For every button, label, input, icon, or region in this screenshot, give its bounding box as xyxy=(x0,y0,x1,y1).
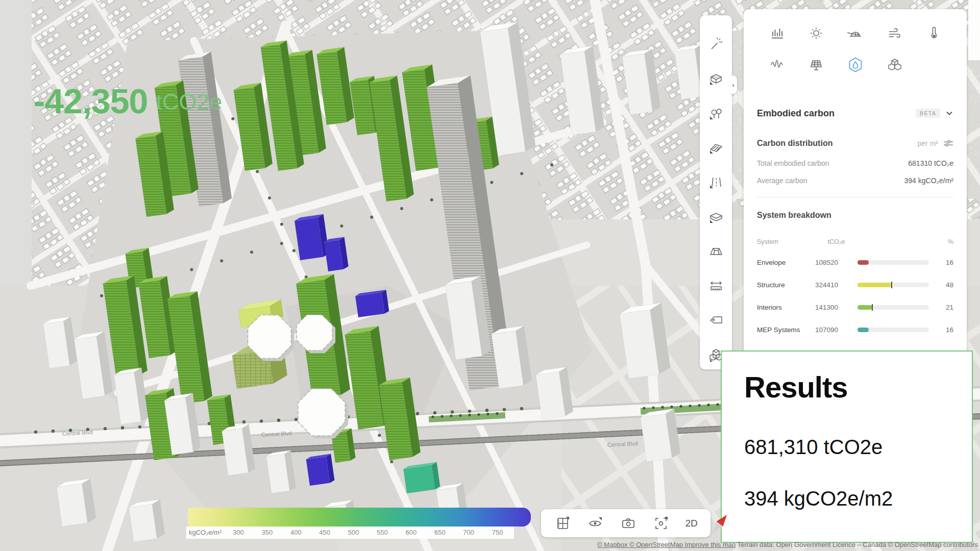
attribution-text: Terrain data: Open Government Licence – … xyxy=(736,541,978,548)
results-title: Results xyxy=(744,370,962,404)
magic-wand-icon[interactable] xyxy=(708,36,724,52)
microclimate-analysis-icon[interactable] xyxy=(925,24,943,42)
per-m2-toggle[interactable]: per m² xyxy=(918,139,953,147)
system-breakdown-title: System breakdown xyxy=(757,211,953,222)
map-attribution: © Mapbox © OpenStreetMap Improve this ma… xyxy=(597,541,978,548)
app-window: Central BlvdCentral BlvdCentral Blvd -42… xyxy=(0,0,980,551)
panel-title: Embodied carbon xyxy=(757,108,835,119)
total-carbon-value: 681310 tCO₂e xyxy=(908,159,953,167)
legend-tick: 700 xyxy=(463,529,474,536)
beta-badge: BETA xyxy=(916,109,940,118)
volume-tool-icon[interactable] xyxy=(708,243,724,260)
legend-tick: 350 xyxy=(262,529,273,536)
mep-bar xyxy=(857,328,929,332)
road-tool-icon[interactable] xyxy=(708,174,724,190)
zone-tool-icon[interactable] xyxy=(708,209,724,225)
compass-needle-icon[interactable] xyxy=(708,510,731,538)
legend-tick: 400 xyxy=(290,529,302,536)
legend-tick: 450 xyxy=(319,529,330,536)
sun-analysis-icon[interactable] xyxy=(807,24,825,42)
legend-tick: 650 xyxy=(434,529,446,536)
camera-icon[interactable] xyxy=(620,515,637,532)
carbon-distribution-title: Carbon distribution xyxy=(757,139,832,148)
average-carbon-value: 394 kgCO₂e/m² xyxy=(904,177,953,185)
vegetation-tool-icon[interactable] xyxy=(708,105,724,121)
legend-tick: 500 xyxy=(348,529,359,536)
results-card: Results 681,310 tCO2e 394 kgCO2e/m2 xyxy=(721,350,973,543)
breakdown-row-envelope: Envelope 108520 16 xyxy=(757,256,953,269)
interiors-bar xyxy=(857,305,929,310)
carbon-delta-value: -42,350 xyxy=(34,81,148,121)
side-panel-edge xyxy=(968,0,980,60)
surface-tool-icon[interactable] xyxy=(708,139,724,156)
view-toolbar: 2D xyxy=(541,509,710,537)
carbon-legend-labels: kgCO₂e/m² 300350400450500550600650700750 xyxy=(186,527,514,539)
layers-grid-icon[interactable] xyxy=(554,515,571,532)
measure-tool-icon[interactable] xyxy=(708,278,724,294)
total-carbon-label: Total embodied carbon xyxy=(757,159,829,167)
materials-cubes-icon[interactable] xyxy=(886,56,903,73)
collapse-chevron-icon[interactable] xyxy=(945,109,953,117)
embodied-carbon-analysis-icon[interactable] xyxy=(847,56,864,73)
2d-mode-button[interactable]: 2D xyxy=(685,518,697,529)
toolbar-expand-chevron-icon[interactable]: › xyxy=(729,76,737,94)
design-toolbar xyxy=(700,15,732,369)
noise-analysis-icon[interactable] xyxy=(768,56,786,73)
legend-tick: 300 xyxy=(233,529,244,536)
legend-unit: kgCO₂e/m² xyxy=(189,529,222,536)
results-total: 681,310 tCO2e xyxy=(744,436,962,459)
wind-analysis-icon[interactable] xyxy=(886,24,903,42)
envelope-bar xyxy=(857,260,929,265)
daylight-analysis-icon[interactable] xyxy=(847,24,864,42)
sliders-icon xyxy=(943,139,953,147)
divider xyxy=(757,197,953,197)
breakdown-row-mep: MEP Systems 107090 16 xyxy=(757,323,953,336)
analysis-icon-grid xyxy=(757,17,953,81)
solar-panel-analysis-icon[interactable] xyxy=(807,56,825,73)
average-carbon-label: Average carbon xyxy=(757,177,807,185)
attribution-links[interactable]: © Mapbox © OpenStreetMap Improve this ma… xyxy=(597,541,736,548)
results-average: 394 kgCO2e/m2 xyxy=(744,487,962,510)
label-tool-icon[interactable] xyxy=(708,312,724,329)
legend-tick: 750 xyxy=(492,529,503,536)
carbon-legend-gradient xyxy=(188,508,531,527)
breakdown-row-interiors: Interiors 141300 21 xyxy=(757,300,953,314)
visibility-eye-icon[interactable] xyxy=(586,515,604,532)
analysis-panel: Embodied carbon BETA Carbon distribution… xyxy=(744,9,967,364)
focus-selection-icon[interactable] xyxy=(652,515,670,532)
building-tool-icon[interactable] xyxy=(708,70,724,87)
breakdown-header: System tCO₂e % xyxy=(757,237,953,246)
structure-bar xyxy=(857,283,929,287)
legend-tick: 550 xyxy=(377,529,388,536)
carbon-delta-unit: tCO2e xyxy=(156,89,222,115)
breakdown-row-structure: Structure 324410 48 xyxy=(757,278,953,291)
legend-tick: 600 xyxy=(406,529,417,536)
statistics-icon[interactable] xyxy=(768,24,786,42)
